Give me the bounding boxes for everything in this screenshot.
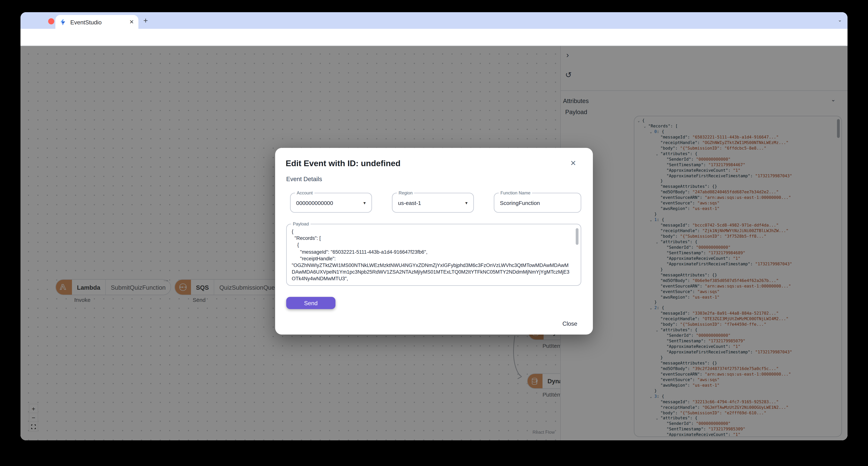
tab-strip: EventStudio ✕ + ⌄ <box>21 12 847 29</box>
function-name-value: ScoringFunction <box>500 200 581 206</box>
modal-close-button[interactable]: Close <box>562 320 578 327</box>
account-value: 000000000000 <box>296 200 363 206</box>
browser-toolbar: eventstudio.localhost.localstack.cloud:4… <box>21 29 847 46</box>
region-select[interactable]: Region us-east-1 ▼ <box>392 193 474 213</box>
modal-close-icon[interactable]: ✕ <box>570 159 576 167</box>
new-tab-button[interactable]: + <box>144 17 148 24</box>
payload-text[interactable]: { "Records": [ { "messageId": "65032221-… <box>292 228 571 281</box>
send-button[interactable]: Send <box>286 297 336 309</box>
page-content: Lambda SubmitQuizFunction Invoke → <box>21 46 847 440</box>
function-name-label: Function Name <box>499 191 532 196</box>
payload-scrollbar-thumb[interactable] <box>576 228 579 245</box>
account-select[interactable]: Account 000000000000 ▼ <box>290 193 372 213</box>
modal-title: Edit Event with ID: undefined <box>286 158 401 168</box>
region-dropdown-icon[interactable]: ▼ <box>464 201 468 205</box>
function-name-field[interactable]: Function Name ScoringFunction <box>494 193 581 213</box>
macos-close-button[interactable] <box>48 18 54 24</box>
tab-strip-chevron-icon[interactable]: ⌄ <box>838 17 842 23</box>
account-dropdown-icon[interactable]: ▼ <box>363 201 367 205</box>
eventstudio-favicon-icon <box>60 19 66 25</box>
region-label: Region <box>397 191 414 196</box>
edit-event-modal: Edit Event with ID: undefined ✕ Event De… <box>275 148 593 334</box>
payload-textarea[interactable]: Payload { "Records": [ { "messageId": "6… <box>286 224 581 286</box>
region-value: us-east-1 <box>398 200 464 206</box>
tab-title: EventStudio <box>70 19 127 25</box>
payload-label: Payload <box>291 222 311 227</box>
tab-close-icon[interactable]: ✕ <box>129 19 134 25</box>
browser-tab-eventstudio[interactable]: EventStudio ✕ <box>55 15 138 29</box>
browser-window: EventStudio ✕ + ⌄ <box>21 12 847 440</box>
account-label: Account <box>295 191 314 196</box>
event-details-label: Event Details <box>286 176 322 182</box>
screenshot-stage: EventStudio ✕ + ⌄ <box>0 0 868 466</box>
